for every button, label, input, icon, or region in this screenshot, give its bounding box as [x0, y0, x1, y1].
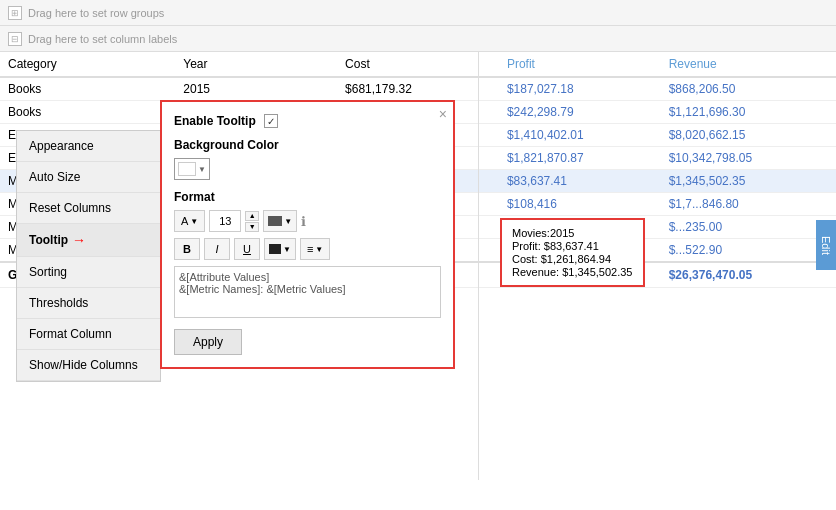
bg-color-picker[interactable]: ▼: [174, 158, 210, 180]
align-arrow-icon: ▼: [315, 245, 323, 254]
column-labels-label: Drag here to set column labels: [28, 33, 177, 45]
format-section: Format A ▼ ▲ ▼ ▼ ℹ B I: [174, 190, 441, 321]
vertical-divider: [478, 52, 479, 480]
text-color-swatch: [268, 216, 282, 226]
font-family-btn[interactable]: A ▼: [174, 210, 205, 232]
tooltip-line2: Profit: $83,637.41: [512, 240, 633, 252]
close-button[interactable]: ×: [439, 106, 447, 122]
font-family-arrow-icon: ▼: [190, 217, 198, 226]
align-btn[interactable]: ≡ ▼: [300, 238, 330, 260]
col-header-year[interactable]: Year: [175, 52, 337, 77]
row-groups-label: Drag here to set row groups: [28, 7, 164, 19]
enable-tooltip-row: Enable Tooltip ✓: [174, 114, 441, 128]
format-label: Format: [174, 190, 441, 204]
cell-revenue: $8,020,662.15: [661, 124, 836, 147]
format-toolbar-row2: B I U ▼ ≡ ▼: [174, 238, 441, 260]
italic-btn[interactable]: I: [204, 238, 230, 260]
column-labels-icon: ⊟: [8, 32, 22, 46]
font-size-input[interactable]: [209, 210, 241, 232]
cell-year: 2015: [175, 77, 337, 101]
column-labels-bar[interactable]: ⊟ Drag here to set column labels: [0, 26, 836, 52]
edit-button[interactable]: Edit: [816, 220, 836, 270]
cell-revenue: $868,206.50: [661, 77, 836, 101]
sidebar-item-format-column[interactable]: Format Column: [17, 319, 160, 350]
background-color-section: Background Color ▼: [174, 138, 441, 180]
cell-profit: $187,027.18: [499, 77, 661, 101]
sidebar-item-tooltip[interactable]: Tooltip →: [17, 224, 160, 257]
cell-revenue: $1,345,502.35: [661, 170, 836, 193]
col-header-cost[interactable]: Cost: [337, 52, 499, 77]
sidebar-panel: Appearance Auto Size Reset Columns Toolt…: [16, 130, 161, 382]
enable-tooltip-checkbox[interactable]: ✓: [264, 114, 278, 128]
sidebar-item-appearance[interactable]: Appearance: [17, 131, 160, 162]
table-row: Books 2015 $681,179.32 $187,027.18 $868,…: [0, 77, 836, 101]
sidebar-item-show-hide-columns[interactable]: Show/Hide Columns: [17, 350, 160, 381]
font-size-up-btn[interactable]: ▲: [245, 211, 259, 221]
cell-cost: $681,179.32: [337, 77, 499, 101]
cell-category: Books: [0, 77, 175, 101]
cell-revenue: $...235.00: [661, 216, 836, 239]
cell-category: Books: [0, 101, 175, 124]
row-groups-icon: ⊞: [8, 6, 22, 20]
enable-tooltip-label: Enable Tooltip: [174, 114, 256, 128]
color-dropdown-arrow-icon: ▼: [198, 165, 206, 174]
bg-color-label: Background Color: [174, 138, 441, 152]
fill-color-btn[interactable]: ▼: [264, 238, 296, 260]
sidebar-item-reset-columns[interactable]: Reset Columns: [17, 193, 160, 224]
tooltip-settings-panel: × Enable Tooltip ✓ Background Color ▼ Fo…: [160, 100, 455, 369]
sidebar-item-thresholds[interactable]: Thresholds: [17, 288, 160, 319]
cell-profit: $1,821,870.87: [499, 147, 661, 170]
tooltip-arrow-icon: →: [72, 232, 86, 248]
tooltip-line3: Cost: $1,261,864.94: [512, 253, 633, 265]
cell-profit: $242,298.79: [499, 101, 661, 124]
grand-totals-revenue: $26,376,470.05: [661, 262, 836, 288]
text-color-btn[interactable]: ▼: [263, 210, 297, 232]
cell-revenue: $...522.90: [661, 239, 836, 263]
bold-btn[interactable]: B: [174, 238, 200, 260]
format-textarea[interactable]: &[Attribute Values] &[Metric Names]: &[M…: [174, 266, 441, 318]
text-color-arrow-icon: ▼: [284, 217, 292, 226]
col-header-revenue[interactable]: Revenue: [661, 52, 836, 77]
col-header-profit[interactable]: Profit: [499, 52, 661, 77]
fill-color-swatch: [269, 244, 281, 254]
tooltip-popup: Movies:2015 Profit: $83,637.41 Cost: $1,…: [500, 218, 645, 287]
tooltip-line1: Movies:2015: [512, 227, 633, 239]
cell-profit: $83,637.41: [499, 170, 661, 193]
cell-profit: $1,410,402.01: [499, 124, 661, 147]
cell-revenue: $1,121,696.30: [661, 101, 836, 124]
underline-btn[interactable]: U: [234, 238, 260, 260]
tooltip-line4: Revenue: $1,345,502.35: [512, 266, 633, 278]
format-toolbar-row1: A ▼ ▲ ▼ ▼ ℹ: [174, 210, 441, 232]
font-size-down-btn[interactable]: ▼: [245, 222, 259, 232]
fill-color-arrow-icon: ▼: [283, 245, 291, 254]
sidebar-item-sorting[interactable]: Sorting: [17, 257, 160, 288]
cell-profit: $108,416: [499, 193, 661, 216]
cell-revenue: $1,7...846.80: [661, 193, 836, 216]
info-icon[interactable]: ℹ: [301, 214, 306, 229]
row-groups-bar[interactable]: ⊞ Drag here to set row groups: [0, 0, 836, 26]
apply-button[interactable]: Apply: [174, 329, 242, 355]
col-header-category[interactable]: Category: [0, 52, 175, 77]
sidebar-item-auto-size[interactable]: Auto Size: [17, 162, 160, 193]
color-swatch: [178, 162, 196, 176]
main-container: ⊞ Drag here to set row groups ⊟ Drag her…: [0, 0, 836, 510]
cell-revenue: $10,342,798.05: [661, 147, 836, 170]
